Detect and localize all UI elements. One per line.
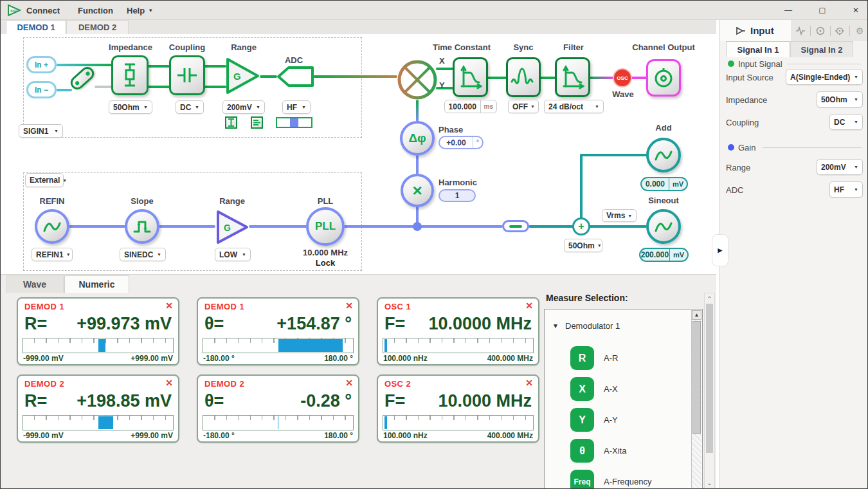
measure-group-label[interactable]: Demodulator 1: [565, 321, 620, 331]
measure-badge-x[interactable]: X: [570, 377, 594, 401]
harmonic-input[interactable]: 1: [439, 189, 476, 202]
adc-dropdown[interactable]: HF▼: [282, 100, 311, 114]
range-dropdown[interactable]: 200mV▼: [817, 159, 863, 175]
filter-block[interactable]: [555, 57, 590, 97]
menu-help[interactable]: Help▼: [127, 1, 153, 20]
phase-input[interactable]: +0.00°: [439, 136, 484, 149]
mixer-block[interactable]: [397, 59, 438, 100]
close-icon[interactable]: ✕: [525, 378, 533, 388]
sync-dropdown[interactable]: OFF▼: [508, 100, 539, 113]
ref-range-dropdown[interactable]: LOW▼: [215, 248, 251, 261]
measure-item-label[interactable]: A-Y: [604, 415, 618, 425]
impedance-dropdown[interactable]: 50Ohm▼: [817, 91, 863, 107]
measure-item-label[interactable]: A-X: [604, 384, 618, 394]
adc-dropdown[interactable]: HF▼: [829, 181, 863, 198]
close-icon[interactable]: ✕: [345, 378, 353, 388]
output-circle-icon[interactable]: [813, 23, 828, 39]
impedance-label: Impedance: [726, 95, 767, 105]
scale-list-icon[interactable]: [251, 116, 263, 129]
measure-badge-freq[interactable]: Freq: [570, 470, 594, 489]
impedance-dropdown[interactable]: 50Ohm▼: [109, 100, 152, 114]
filter-dropdown[interactable]: 24 dB/oct▼: [544, 100, 604, 113]
measure-badge-y[interactable]: Y: [570, 408, 594, 432]
phase-block[interactable]: Δφ: [400, 121, 435, 156]
measure-item-label[interactable]: A-Frequency: [604, 477, 651, 486]
tab-signal-in-1[interactable]: Signal In 1: [726, 41, 790, 57]
filter-label: Filter: [557, 42, 590, 52]
scroll-thumb[interactable]: [692, 321, 701, 434]
tab-wave[interactable]: Wave: [6, 275, 64, 293]
time-constant-block[interactable]: [453, 57, 488, 97]
adc-label: ADC: [277, 55, 311, 65]
ref-enable-switch-icon[interactable]: [502, 220, 529, 232]
sineout-block[interactable]: [646, 209, 681, 244]
coupling-label: Coupling: [163, 42, 212, 52]
adc-block[interactable]: [276, 66, 314, 88]
tab-demod-1[interactable]: DEMOD 1: [6, 20, 66, 34]
range-dropdown[interactable]: 200mV▼: [222, 100, 265, 114]
osc-badge-icon[interactable]: OSC: [613, 68, 632, 88]
slope-block[interactable]: [125, 209, 159, 244]
in-minus-node[interactable]: In −: [26, 81, 57, 98]
output-impedance-dropdown[interactable]: 50Ohm▼: [564, 239, 602, 252]
summer-node[interactable]: +: [572, 217, 590, 235]
waveform-icon[interactable]: [793, 23, 808, 39]
level-meter: [383, 338, 534, 353]
probe-icon[interactable]: [832, 23, 847, 39]
impedance-block[interactable]: [111, 55, 149, 95]
close-icon[interactable]: ✕: [165, 378, 173, 388]
range-gain-block[interactable]: G: [224, 55, 262, 97]
coupling-dropdown[interactable]: DC▼: [176, 100, 204, 114]
ref-source-dropdown[interactable]: External▼: [25, 173, 64, 187]
menu-function[interactable]: Function: [78, 1, 113, 20]
scroll-thumb[interactable]: [706, 304, 713, 453]
add-input[interactable]: 0.000mV: [640, 177, 688, 191]
in-plus-node[interactable]: In +: [26, 56, 57, 73]
section-dot-green: [728, 60, 734, 67]
coupling-block[interactable]: [169, 55, 205, 95]
pulse-edge-icon: [132, 218, 152, 235]
sidebar-expand-handle[interactable]: ►: [712, 234, 728, 266]
chevron-down-icon[interactable]: ▼: [552, 322, 559, 329]
scroll-down-chevron[interactable]: ⌄: [705, 479, 714, 486]
time-constant-input[interactable]: 100.000ms: [444, 100, 497, 113]
close-icon[interactable]: ✕: [345, 300, 353, 311]
card-quantity: F=: [384, 314, 405, 334]
close-button[interactable]: ✕: [843, 1, 868, 20]
add-block[interactable]: [646, 138, 681, 172]
tab-signal-in-2[interactable]: Signal In 2: [790, 41, 853, 57]
wire-coup-range-bot: [204, 86, 226, 88]
scroll-up-chevron[interactable]: ⌃: [705, 295, 714, 302]
input-source-dropdown[interactable]: A(Single-Ended)▼: [786, 69, 863, 85]
autorange-icon[interactable]: [225, 116, 237, 129]
measure-item-label[interactable]: A-Xita: [604, 446, 626, 456]
sigin-dropdown[interactable]: SIGIN1▼: [19, 124, 63, 138]
pll-block[interactable]: PLL: [306, 207, 345, 246]
scroll-up-button[interactable]: ▲: [692, 310, 701, 320]
channel-output-block[interactable]: [646, 59, 681, 97]
slope-dropdown[interactable]: SINEDC▼: [120, 248, 166, 261]
measure-scrollbar[interactable]: ▲: [691, 310, 701, 488]
tab-numeric[interactable]: Numeric: [64, 275, 129, 293]
sineout-input[interactable]: 200.000mV: [639, 248, 689, 262]
close-icon[interactable]: ✕: [525, 300, 533, 311]
resistor-icon: [120, 62, 140, 88]
refin-block[interactable]: [35, 209, 69, 244]
tab-demod-2[interactable]: DEMOD 2: [66, 20, 129, 34]
measure-badge-theta[interactable]: θ: [570, 439, 594, 463]
refin-dropdown[interactable]: REFIN1▼: [32, 248, 73, 261]
level-meter: [383, 415, 534, 430]
ref-range-gain-block[interactable]: G: [215, 208, 251, 246]
vrms-dropdown[interactable]: Vrms▼: [602, 209, 637, 222]
bottom-panel-scrollbar[interactable]: ⌃ ⌄: [704, 293, 715, 489]
measure-badge-r[interactable]: R: [570, 346, 594, 370]
close-icon[interactable]: ✕: [165, 300, 173, 311]
sync-block[interactable]: [506, 57, 541, 97]
measure-item-label[interactable]: A-R: [604, 353, 618, 363]
harmonic-block[interactable]: ×: [401, 174, 434, 207]
menu-connect[interactable]: Connect: [26, 1, 60, 20]
maximize-button[interactable]: ▢: [809, 1, 835, 20]
minimize-button[interactable]: —: [775, 1, 801, 20]
coupling-dropdown[interactable]: DC▼: [829, 114, 863, 130]
gear-icon[interactable]: ⚙: [852, 23, 867, 39]
